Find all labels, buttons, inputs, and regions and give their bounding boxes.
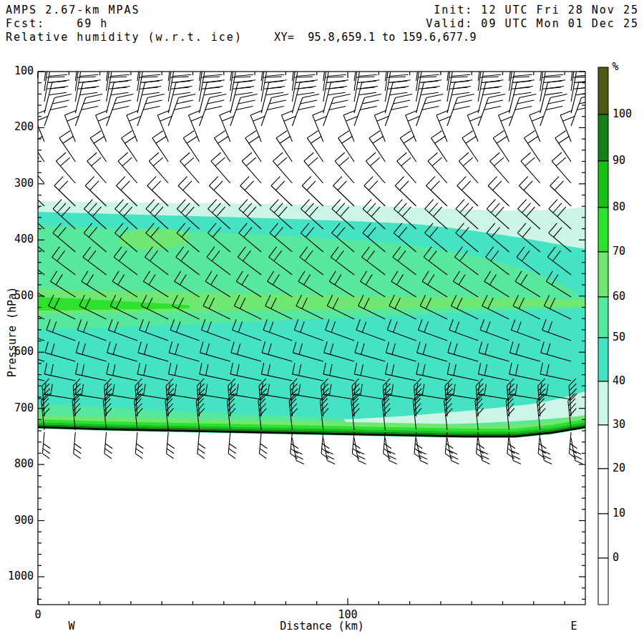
colorbar-segment-0-10: [598, 514, 608, 558]
colorbar-tick-label-0: 0: [613, 552, 619, 564]
pressure-tick-label-900: 900: [0, 514, 34, 527]
colorbar-segment-70-80: [598, 208, 608, 252]
colorbar-segment-50-60: [598, 297, 608, 338]
pressure-tick-label-600: 600: [0, 346, 34, 358]
colorbar-tick-label-90: 90: [613, 155, 625, 167]
colorbar-tick-label-30: 30: [613, 419, 625, 431]
colorbar-tick-label-60: 60: [613, 291, 625, 303]
colorbar-tick-label-100: 100: [613, 108, 632, 120]
colorbar-segment-10-20: [598, 469, 608, 514]
colorbar-tick-label-40: 40: [613, 375, 625, 387]
colorbar-segment-40-50: [598, 338, 608, 381]
pressure-tick-label-100: 100: [0, 65, 34, 77]
colorbar-segment->100: [598, 67, 608, 114]
amps-cross-section-page: AMPS 2.67-km MPAS Fcst: 69 h Relative hu…: [0, 0, 644, 644]
pressure-tick-label-200: 200: [0, 121, 34, 133]
colorbar-segment-80-90: [598, 161, 608, 208]
colorbar: [598, 67, 608, 605]
pressure-tick-label-700: 700: [0, 402, 34, 414]
pressure-tick-label-1000: 1000: [0, 570, 34, 582]
west-end-label: W: [64, 620, 79, 633]
below-terrain-mask: [38, 429, 585, 604]
colorbar-tick-label-70: 70: [613, 245, 625, 258]
colorbar-tick-label-20: 20: [613, 462, 625, 474]
colorbar-tick-label-10: 10: [613, 507, 625, 519]
east-end-label: E: [567, 620, 581, 633]
distance-axis-title: Distance (km): [275, 620, 369, 633]
colorbar-segment-60-70: [598, 252, 608, 297]
cross-section-plot: [0, 0, 644, 644]
pressure-tick-label-400: 400: [0, 233, 34, 245]
distance-tick-label-0: 0: [24, 609, 52, 621]
pressure-tick-label-800: 800: [0, 458, 34, 470]
colorbar-segment-20-30: [598, 425, 608, 469]
distance-tick-label-100: 100: [333, 609, 362, 621]
colorbar-segment-<0: [598, 558, 608, 605]
pressure-tick-label-500: 500: [0, 290, 34, 302]
colorbar-unit-label: %: [608, 60, 623, 73]
colorbar-segment-90-100: [598, 114, 608, 161]
colorbar-tick-label-50: 50: [613, 331, 625, 343]
colorbar-tick-label-80: 80: [613, 201, 625, 213]
colorbar-segment-30-40: [598, 381, 608, 425]
pressure-tick-label-300: 300: [0, 177, 34, 190]
